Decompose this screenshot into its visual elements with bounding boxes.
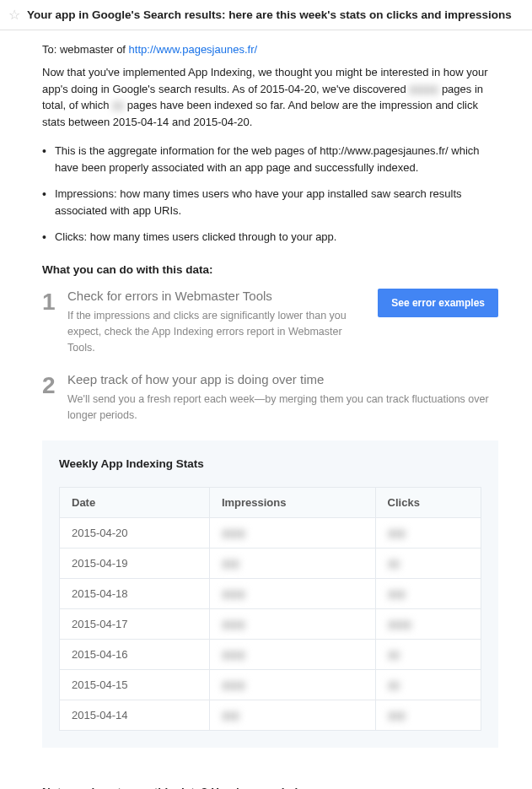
cell-clicks: ▮▮▮ — [375, 517, 481, 548]
what-heading: What you can do with this data: — [42, 263, 498, 276]
cell-date: 2015-04-16 — [60, 639, 210, 669]
help-section: Not sure how to use this data? Here's so… — [0, 786, 532, 789]
stats-panel: Weekly App Indexing Stats Date Impressio… — [42, 440, 498, 748]
table-row: 2015-04-14▮▮▮▮▮▮ — [60, 700, 481, 730]
cell-date: 2015-04-14 — [60, 700, 210, 730]
bullet-dot: • — [42, 143, 46, 176]
cell-clicks: ▮▮ — [375, 639, 481, 669]
cell-date: 2015-04-19 — [60, 548, 210, 578]
cell-clicks: ▮▮▮ — [375, 700, 481, 730]
to-label: To: webmaster of — [42, 43, 129, 56]
cell-date: 2015-04-15 — [60, 669, 210, 700]
bullet-text: Clicks: how many times users clicked thr… — [55, 229, 337, 246]
bullet-dot: • — [42, 229, 46, 246]
cell-impressions: ▮▮▮▮ — [209, 608, 375, 639]
step-number: 1 — [42, 289, 67, 355]
bullet-item: •Impressions: how many times users who h… — [42, 186, 498, 219]
cell-impressions: ▮▮▮▮ — [209, 639, 375, 669]
table-row: 2015-04-19▮▮▮▮▮ — [60, 548, 481, 578]
intro-paragraph: Now that you've implemented App Indexing… — [42, 64, 498, 130]
cell-clicks: ▮▮ — [375, 669, 481, 700]
step-number: 2 — [42, 372, 67, 424]
cell-date: 2015-04-18 — [60, 578, 210, 608]
col-impressions: Impressions — [209, 487, 375, 517]
cell-clicks: ▮▮ — [375, 548, 481, 578]
table-row: 2015-04-17▮▮▮▮▮▮▮▮ — [60, 608, 481, 639]
redacted-indexed: ▮▮ — [112, 97, 124, 114]
cell-impressions: ▮▮▮▮ — [209, 517, 375, 548]
bullet-item: •Clicks: how many times users clicked th… — [42, 229, 498, 246]
cell-impressions: ▮▮▮ — [209, 548, 375, 578]
to-link[interactable]: http://www.pagesjaunes.fr/ — [129, 43, 257, 56]
cell-impressions: ▮▮▮▮ — [209, 669, 375, 700]
cell-impressions: ▮▮▮ — [209, 700, 375, 730]
cell-clicks: ▮▮▮▮ — [375, 608, 481, 639]
stats-title: Weekly App Indexing Stats — [59, 457, 481, 470]
bullet-item: •This is the aggregate information for t… — [42, 143, 498, 176]
star-icon[interactable]: ☆ — [8, 7, 20, 23]
bullet-list: •This is the aggregate information for t… — [42, 143, 498, 246]
table-row: 2015-04-16▮▮▮▮▮▮ — [60, 639, 481, 669]
table-row: 2015-04-18▮▮▮▮▮▮▮ — [60, 578, 481, 608]
cell-date: 2015-04-17 — [60, 608, 210, 639]
bullet-text: This is the aggregate information for th… — [55, 143, 498, 176]
stats-table: Date Impressions Clicks 2015-04-20▮▮▮▮▮▮… — [59, 487, 481, 731]
email-subject: Your app in Google's Search results: her… — [27, 8, 512, 21]
bullet-text: Impressions: how many times users who ha… — [55, 186, 498, 219]
step-title: Check for errors in Webmaster Tools — [67, 289, 365, 303]
cell-impressions: ▮▮▮▮ — [209, 578, 375, 608]
table-row: 2015-04-20▮▮▮▮▮▮▮ — [60, 517, 481, 548]
help-heading: Not sure how to use this data? Here's so… — [42, 786, 498, 789]
see-error-examples-button[interactable]: See error examples — [378, 289, 498, 317]
redacted-total: ▮▮▮▮▮ — [409, 81, 438, 98]
email-header: ☆ Your app in Google's Search results: h… — [0, 0, 532, 30]
cell-date: 2015-04-20 — [60, 517, 210, 548]
col-date: Date — [60, 487, 210, 517]
col-clicks: Clicks — [375, 487, 481, 517]
email-body: To: webmaster of http://www.pagesjaunes.… — [0, 30, 532, 765]
step-text: If the impressions and clicks are signif… — [67, 308, 365, 355]
step-title: Keep track of how your app is doing over… — [67, 372, 498, 386]
to-line: To: webmaster of http://www.pagesjaunes.… — [42, 43, 498, 56]
bullet-dot: • — [42, 186, 46, 219]
step-text: We'll send you a fresh report each week—… — [67, 392, 498, 424]
table-row: 2015-04-15▮▮▮▮▮▮ — [60, 669, 481, 700]
step-1: 1 Check for errors in Webmaster Tools If… — [42, 289, 498, 355]
step-2: 2 Keep track of how your app is doing ov… — [42, 372, 498, 424]
cell-clicks: ▮▮▮ — [375, 578, 481, 608]
